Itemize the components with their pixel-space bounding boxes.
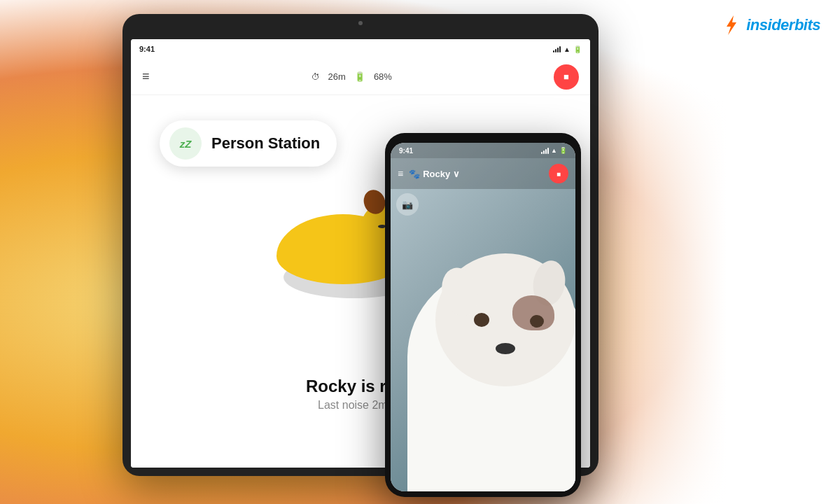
phone-camera-icon: 📷 bbox=[402, 200, 413, 210]
white-dog-eye-left bbox=[474, 313, 489, 327]
svg-marker-0 bbox=[727, 15, 736, 35]
battery-bar-label: 68% bbox=[374, 71, 392, 82]
phone-screen: 9:41 ▲ 🔋 ≡ 🐾 Rocky ∨ ■ bbox=[391, 143, 575, 491]
logo-icon bbox=[718, 13, 743, 38]
record-button[interactable]: ■ bbox=[554, 64, 579, 90]
hamburger-icon[interactable]: ≡ bbox=[142, 69, 150, 84]
signal-bars-icon bbox=[553, 46, 561, 52]
phone-hamburger-icon[interactable]: ≡ bbox=[398, 168, 403, 179]
phone-pet-name: 🐾 Rocky ∨ bbox=[409, 169, 460, 179]
zzz-badge: zZ bbox=[169, 127, 202, 160]
phone-device: 9:41 ▲ 🔋 ≡ 🐾 Rocky ∨ ■ bbox=[385, 133, 581, 497]
record-icon: ■ bbox=[564, 71, 569, 82]
wifi-icon: ▲ bbox=[564, 46, 570, 53]
tablet-time: 9:41 bbox=[139, 45, 155, 53]
timer-label: 26m bbox=[328, 71, 346, 82]
tablet-status-icons: ▲ 🔋 bbox=[553, 46, 582, 53]
phone-record-icon: ■ bbox=[556, 170, 561, 178]
tablet-app-bar: ≡ ⏱ 26m 🔋 68% ■ bbox=[131, 59, 590, 95]
phone-signal-bars-icon bbox=[541, 147, 549, 154]
phone-status-bar: 9:41 ▲ 🔋 bbox=[391, 143, 575, 158]
phone-status-icons: ▲ 🔋 bbox=[541, 147, 567, 154]
phone-battery-icon: 🔋 bbox=[559, 147, 567, 154]
white-dog-illustration bbox=[393, 225, 575, 491]
tablet-status-bar: 9:41 ▲ 🔋 bbox=[131, 39, 590, 59]
tablet-camera-dot bbox=[358, 21, 363, 25]
phone-pet-icon: 🐾 bbox=[409, 169, 420, 179]
phone-record-button[interactable]: ■ bbox=[549, 164, 568, 183]
logo-text: insiderbits bbox=[746, 16, 820, 34]
clock-icon: ⏱ bbox=[312, 72, 320, 82]
battery-bar-icon: 🔋 bbox=[354, 71, 365, 82]
white-dog-nose bbox=[496, 343, 515, 354]
zzz-badge-text: zZ bbox=[180, 138, 192, 150]
white-dog-eye-right bbox=[530, 315, 544, 328]
notification-title: Person Station bbox=[211, 134, 320, 153]
logo-colored: insider bbox=[746, 16, 794, 34]
battery-icon: 🔋 bbox=[573, 46, 582, 53]
phone-time: 9:41 bbox=[399, 147, 413, 155]
logo-plain: bits bbox=[794, 16, 820, 34]
white-dog-ear-left bbox=[437, 264, 483, 321]
phone-chevron-icon: ∨ bbox=[453, 169, 460, 179]
white-dog-head bbox=[435, 253, 575, 386]
notification-pill: zZ Person Station bbox=[160, 120, 337, 167]
phone-pet-name-label: Rocky bbox=[423, 169, 450, 179]
phone-dog-photo bbox=[391, 143, 575, 491]
insiderbits-logo: insiderbits bbox=[718, 13, 820, 38]
phone-camera-button[interactable]: 📷 bbox=[396, 193, 419, 216]
phone-app-bar: ≡ 🐾 Rocky ∨ ■ bbox=[391, 158, 575, 189]
app-bar-center: ⏱ 26m 🔋 68% bbox=[312, 71, 392, 82]
phone-wifi-icon: ▲ bbox=[551, 147, 557, 154]
